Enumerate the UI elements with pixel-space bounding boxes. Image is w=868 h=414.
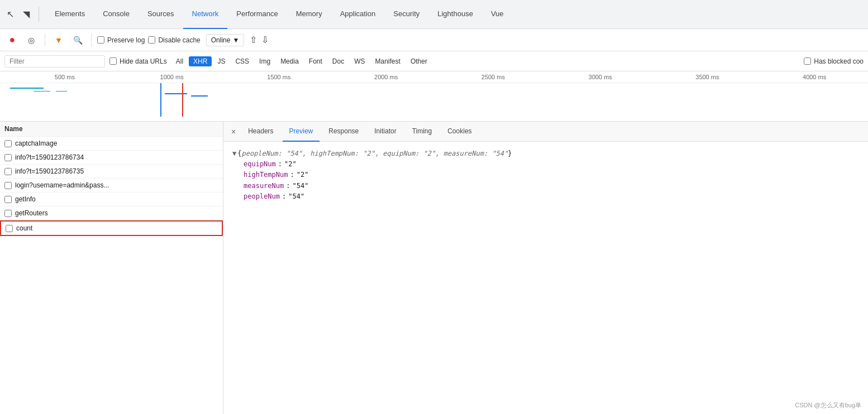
filter-type-manifest[interactable]: Manifest bbox=[371, 56, 405, 66]
panel-tabs: × Headers Preview Response Initiator Tim… bbox=[223, 122, 868, 142]
tab-preview[interactable]: Preview bbox=[283, 122, 320, 142]
tab-cookies[interactable]: Cookies bbox=[441, 122, 478, 142]
tab-bar: ↖ ◥ Elements Console Sources Network Per… bbox=[0, 0, 868, 29]
list-item[interactable]: captchaImage bbox=[0, 137, 223, 151]
item-name: info?t=1590123786735 bbox=[15, 167, 84, 175]
filter-input[interactable] bbox=[4, 55, 105, 68]
red-vline bbox=[182, 83, 183, 117]
cursor-icon[interactable]: ↖ bbox=[4, 7, 16, 22]
disable-cache-checkbox[interactable] bbox=[148, 36, 155, 44]
preserve-log-text: Preserve log bbox=[107, 36, 145, 44]
preview-panel: × Headers Preview Response Initiator Tim… bbox=[223, 122, 868, 414]
json-summary-row: ▼ { peopleNum: "54", highTempNum: "2", e… bbox=[232, 148, 859, 159]
item-checkbox[interactable] bbox=[4, 210, 12, 217]
preserve-log-checkbox[interactable] bbox=[97, 36, 104, 44]
blue-vline bbox=[160, 83, 161, 117]
request-list-header: Name bbox=[0, 122, 223, 137]
list-item[interactable]: getInfo bbox=[0, 192, 223, 206]
toolbar-separator-2 bbox=[91, 33, 92, 47]
tab-initiator[interactable]: Initiator bbox=[368, 122, 403, 142]
disable-cache-text: Disable cache bbox=[158, 36, 200, 44]
toolbar: ● ◎ ▼ 🔍 Preserve log Disable cache Onlin… bbox=[0, 29, 868, 51]
search-icon-button[interactable]: 🔍 bbox=[70, 32, 85, 48]
device-icon[interactable]: ◥ bbox=[21, 7, 32, 22]
upload-download-area: ⇧ ⇩ bbox=[250, 35, 269, 45]
filter-icon-button[interactable]: ▼ bbox=[51, 32, 66, 48]
filter-type-media[interactable]: Media bbox=[276, 56, 303, 66]
item-name: login?username=admin&pass... bbox=[15, 181, 109, 189]
item-checkbox[interactable] bbox=[4, 182, 12, 189]
filter-type-js[interactable]: JS bbox=[213, 56, 230, 66]
item-name: captchaImage bbox=[15, 139, 57, 147]
tab-security[interactable]: Security bbox=[384, 0, 428, 29]
filter-type-xhr[interactable]: XHR bbox=[189, 56, 212, 66]
json-val-measurenum: "54" bbox=[292, 181, 308, 191]
tab-timing[interactable]: Timing bbox=[406, 122, 439, 142]
item-checkbox[interactable] bbox=[4, 168, 12, 175]
json-key-equipnum: equipNum bbox=[244, 159, 276, 170]
json-val-peoplenum: "54" bbox=[288, 191, 304, 202]
json-colon-1: : bbox=[290, 170, 294, 180]
json-colon-0: : bbox=[278, 159, 282, 170]
filter-types: All XHR JS CSS Img Media Font Doc WS Man… bbox=[171, 56, 432, 66]
tick-1500ms: 1500 ms bbox=[226, 74, 333, 80]
json-summary-text: peopleNum: "54", highTempNum: "2", equip… bbox=[241, 148, 508, 159]
json-key-hightempnum: highTempNum bbox=[244, 170, 288, 180]
hide-data-urls-text: Hide data URLs bbox=[120, 57, 167, 65]
tab-sources[interactable]: Sources bbox=[139, 0, 183, 29]
expand-icon[interactable]: ▼ bbox=[232, 148, 236, 159]
tab-lighthouse[interactable]: Lighthouse bbox=[428, 0, 482, 29]
tick-3500ms: 3500 ms bbox=[654, 74, 761, 80]
tick-2000ms: 2000 ms bbox=[332, 74, 440, 80]
filter-type-font[interactable]: Font bbox=[304, 56, 327, 66]
panel-close-button[interactable]: × bbox=[228, 126, 239, 137]
item-checkbox[interactable] bbox=[4, 154, 12, 161]
tab-response[interactable]: Response bbox=[322, 122, 365, 142]
tab-headers[interactable]: Headers bbox=[241, 122, 280, 142]
json-colon-3: : bbox=[282, 191, 286, 202]
download-icon[interactable]: ⇩ bbox=[261, 35, 269, 45]
timeline-area: 500 ms 1000 ms 1500 ms 2000 ms 2500 ms 3… bbox=[0, 71, 868, 122]
tick-500ms: 500 ms bbox=[11, 74, 118, 80]
disable-cache-label[interactable]: Disable cache bbox=[148, 36, 200, 44]
filter-type-other[interactable]: Other bbox=[406, 56, 432, 66]
stop-button[interactable]: ◎ bbox=[23, 32, 39, 48]
filter-type-css[interactable]: CSS bbox=[231, 56, 254, 66]
hide-data-urls-checkbox[interactable] bbox=[109, 57, 117, 65]
tab-console[interactable]: Console bbox=[94, 0, 139, 29]
toolbar-separator-1 bbox=[45, 33, 45, 47]
tab-network[interactable]: Network bbox=[183, 0, 228, 29]
has-blocked-text: Has blocked coo bbox=[814, 57, 864, 65]
dropdown-arrow-icon: ▼ bbox=[232, 36, 239, 44]
tab-application[interactable]: Application bbox=[331, 0, 385, 29]
filter-type-doc[interactable]: Doc bbox=[328, 56, 349, 66]
list-item-count[interactable]: count bbox=[0, 220, 223, 236]
tab-performance[interactable]: Performance bbox=[227, 0, 287, 29]
tick-3000ms: 3000 ms bbox=[547, 74, 654, 80]
tab-vue[interactable]: Vue bbox=[482, 0, 513, 29]
preserve-log-label[interactable]: Preserve log bbox=[97, 36, 145, 44]
filter-type-ws[interactable]: WS bbox=[350, 56, 369, 66]
json-preview: ▼ { peopleNum: "54", highTempNum: "2", e… bbox=[223, 142, 868, 414]
tab-memory[interactable]: Memory bbox=[287, 0, 331, 29]
item-checkbox[interactable] bbox=[4, 140, 12, 147]
filter-type-img[interactable]: Img bbox=[255, 56, 275, 66]
list-item[interactable]: getRouters bbox=[0, 206, 223, 220]
online-select[interactable]: Online ▼ bbox=[206, 34, 245, 46]
filter-type-all[interactable]: All bbox=[171, 56, 188, 66]
has-blocked-checkbox[interactable] bbox=[804, 57, 811, 65]
list-item[interactable]: info?t=1590123786734 bbox=[0, 151, 223, 165]
tick-4000ms: 4000 ms bbox=[761, 74, 868, 80]
upload-icon[interactable]: ⇧ bbox=[250, 35, 257, 45]
has-blocked-label[interactable]: Has blocked coo bbox=[804, 57, 864, 65]
list-item[interactable]: login?username=admin&pass... bbox=[0, 179, 223, 192]
timeline-chart bbox=[0, 83, 868, 117]
record-button[interactable]: ● bbox=[4, 32, 20, 48]
tab-elements[interactable]: Elements bbox=[46, 0, 94, 29]
hide-data-urls-label[interactable]: Hide data URLs bbox=[109, 57, 167, 65]
item-checkbox[interactable] bbox=[6, 225, 13, 232]
list-item[interactable]: info?t=1590123786735 bbox=[0, 165, 223, 179]
item-checkbox[interactable] bbox=[4, 196, 12, 203]
filter-row: Hide data URLs All XHR JS CSS Img Media … bbox=[0, 51, 868, 71]
item-name: getRouters bbox=[15, 209, 48, 217]
